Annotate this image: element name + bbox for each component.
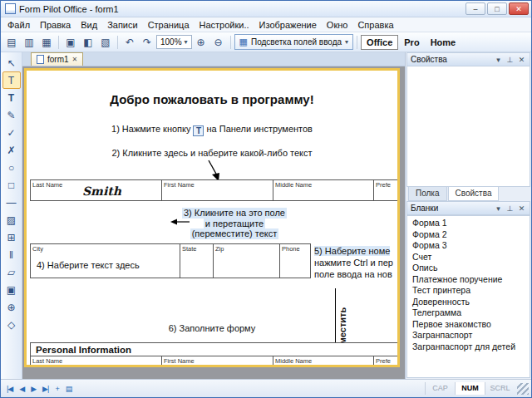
pencil-tool-icon[interactable]: ✎: [2, 106, 21, 124]
scan-icon[interactable]: ▧: [97, 34, 114, 51]
pin-icon[interactable]: ⊥: [505, 56, 515, 64]
text-tool-icon[interactable]: T: [2, 89, 21, 106]
zoom-tool-icon[interactable]: ⊕: [2, 298, 21, 316]
ellipse-tool-icon[interactable]: ○: [2, 159, 21, 176]
menu-settings[interactable]: Настройки..: [195, 18, 254, 32]
record-page-icon[interactable]: ▤: [62, 385, 76, 393]
menu-file[interactable]: Файл: [2, 18, 35, 32]
chevron-down-icon: ▾: [185, 38, 188, 46]
handwritten-text[interactable]: Smith: [82, 184, 121, 198]
pin-icon[interactable]: ⊥: [505, 204, 515, 213]
edition-tab-office[interactable]: Office: [361, 35, 398, 50]
document-tab-form1[interactable]: form1 ✕: [31, 52, 83, 66]
blank-item[interactable]: Тест принтера: [407, 285, 530, 297]
field-phone[interactable]: Phone: [280, 244, 310, 278]
toolbar-separator: [58, 36, 59, 49]
blank-item[interactable]: Первое знакомство: [407, 319, 530, 331]
menu-window[interactable]: Окно: [322, 18, 353, 32]
chevron-down-icon[interactable]: ▾: [494, 56, 503, 64]
blank-item[interactable]: Форма 2: [407, 229, 530, 241]
minimize-button[interactable]: –: [466, 2, 485, 15]
field-middle-name[interactable]: Middle Name: [273, 180, 374, 200]
blank-item[interactable]: Загранпаспорт для детей: [407, 341, 530, 353]
open-icon[interactable]: ▥: [21, 34, 37, 51]
nav-next-record-button[interactable]: ▶: [27, 385, 39, 393]
zoom-select[interactable]: 100% ▾: [156, 35, 192, 49]
save-icon[interactable]: ▦: [38, 34, 55, 51]
new-document-icon[interactable]: ▤: [3, 34, 20, 51]
blank-item[interactable]: Загранпаспорт: [407, 330, 530, 341]
text-field-tool-icon[interactable]: T: [2, 71, 21, 89]
step3-line1: 3) Кликните на это поле: [182, 208, 287, 219]
tab-close-icon[interactable]: ✕: [72, 56, 78, 63]
form-table-personal[interactable]: Personal Information Last Name First Nam…: [30, 342, 400, 367]
rectangle-tool-icon[interactable]: □: [2, 176, 21, 194]
field-prefix[interactable]: Prefe: [374, 356, 400, 367]
undo-icon[interactable]: ↶: [121, 34, 138, 51]
blank-item[interactable]: Опись: [407, 263, 530, 274]
shape-tool-icon[interactable]: ◇: [2, 316, 21, 333]
properties-panel-header[interactable]: Свойства ▾ ⊥ ✕: [406, 52, 530, 66]
field-middle-name[interactable]: Middle Name: [273, 356, 374, 367]
edition-tab-home[interactable]: Home: [426, 36, 461, 49]
menu-view[interactable]: Вид: [76, 18, 102, 32]
personal-information-heading: Personal Information: [31, 343, 400, 356]
field-state[interactable]: State: [180, 244, 214, 278]
stamp-tool-icon[interactable]: ▣: [2, 281, 21, 298]
blank-item[interactable]: Доверенность: [407, 297, 530, 308]
close-button[interactable]: ✕: [509, 2, 529, 15]
blanks-panel-header[interactable]: Бланки ▾ ⊥ ✕: [406, 201, 530, 215]
print-icon[interactable]: ▣: [62, 34, 79, 51]
menu-image[interactable]: Изображение: [254, 18, 322, 32]
menu-edit[interactable]: Правка: [35, 18, 76, 32]
title-bar[interactable]: Form Pilot Office - form1 – □ ✕: [1, 1, 531, 17]
maximize-button[interactable]: □: [487, 2, 507, 15]
blank-item[interactable]: Счет: [407, 252, 530, 263]
blank-item[interactable]: Телеграмма: [407, 307, 530, 319]
close-icon[interactable]: ✕: [517, 56, 526, 64]
menu-records[interactable]: Записи: [102, 18, 143, 32]
cross-tool-icon[interactable]: ✗: [2, 141, 21, 159]
field-first-name[interactable]: First Name: [162, 356, 273, 367]
print-preview-icon[interactable]: ◧: [80, 34, 96, 51]
redo-icon[interactable]: ↷: [139, 34, 155, 51]
tab-shelf[interactable]: Полка: [408, 187, 447, 201]
field-zip[interactable]: Zip: [214, 244, 280, 278]
chevron-down-icon[interactable]: ▾: [494, 204, 503, 213]
document-canvas[interactable]: Добро пожаловать в программу! 1) Нажмите…: [22, 66, 405, 379]
image-tool-icon[interactable]: ▨: [2, 211, 21, 228]
field-last-name[interactable]: Last Name Smith: [31, 180, 162, 200]
edition-tab-pro[interactable]: Pro: [399, 36, 424, 49]
field-last-name[interactable]: Last Name: [31, 356, 162, 367]
eraser-tool-icon[interactable]: ▱: [2, 263, 21, 281]
select-tool-icon[interactable]: ↖: [2, 54, 21, 71]
field-prefix[interactable]: Prefe: [374, 180, 400, 200]
checkmark-tool-icon[interactable]: ✓: [2, 124, 21, 141]
field-label: Middle Name: [275, 181, 312, 189]
status-bar: |◀ ◀ ▶ ▶| + ▤ CAP NUM SCRL: [1, 379, 531, 397]
table-tool-icon[interactable]: ⊞: [2, 228, 21, 246]
toolbar-separator: [117, 36, 118, 49]
nav-prev-record-button[interactable]: ◀: [16, 385, 27, 393]
blank-item[interactable]: Платежное поручение: [407, 274, 530, 286]
field-first-name[interactable]: First Name: [162, 180, 273, 200]
form-page[interactable]: Добро пожаловать в программу! 1) Нажмите…: [24, 68, 400, 367]
highlight-fields-button[interactable]: ▦ Подсветка полей ввода ▾: [234, 34, 354, 50]
resize-grip[interactable]: [517, 383, 529, 395]
zoom-in-icon[interactable]: ⊕: [193, 34, 209, 51]
blank-item[interactable]: Форма 1: [407, 218, 530, 229]
blank-item[interactable]: Форма 3: [407, 240, 530, 252]
menu-help[interactable]: Справка: [352, 18, 398, 32]
menu-page[interactable]: Страница: [143, 18, 195, 32]
nav-first-record-button[interactable]: |◀: [3, 385, 16, 393]
barcode-tool-icon[interactable]: ‖: [2, 246, 21, 263]
step5-line1: 5) Наберите номе: [314, 246, 390, 256]
form-table-names[interactable]: Last Name Smith First Name Middle Name P…: [30, 179, 400, 201]
nav-last-record-button[interactable]: ▶|: [39, 385, 52, 393]
zoom-out-icon[interactable]: ⊖: [210, 34, 227, 51]
line-tool-icon[interactable]: —: [2, 194, 21, 211]
close-icon[interactable]: ✕: [517, 204, 526, 213]
tab-properties[interactable]: Свойства: [448, 187, 500, 201]
field-label: Prefe: [376, 357, 391, 365]
nav-add-record-button[interactable]: +: [52, 385, 62, 393]
